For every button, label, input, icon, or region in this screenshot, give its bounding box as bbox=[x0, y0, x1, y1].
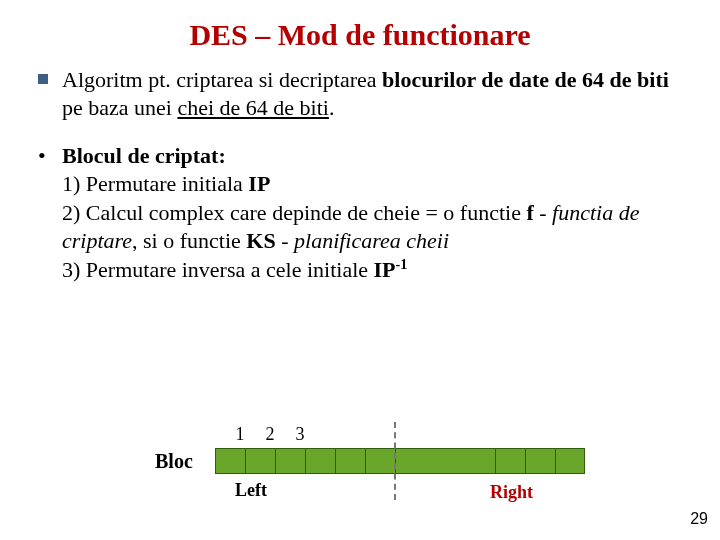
bullet-2: • Blocul de criptat: 1) Permutare initia… bbox=[38, 142, 682, 284]
block-bar bbox=[215, 448, 585, 474]
vertical-dashed-divider bbox=[394, 422, 396, 500]
left-label: Left bbox=[235, 480, 267, 501]
slide: DES – Mod de functionare Algoritm pt. cr… bbox=[0, 0, 720, 540]
cell-right-4 bbox=[555, 448, 585, 474]
p2-l3sup: -1 bbox=[396, 256, 408, 272]
p2-l2h: planificarea cheii bbox=[294, 228, 449, 253]
p2-head: Blocul de criptat: bbox=[62, 143, 226, 168]
cell-1 bbox=[215, 448, 245, 474]
cell-2 bbox=[245, 448, 275, 474]
p2-l2b: f bbox=[526, 200, 533, 225]
p2-l3a: 3) Permutare inversa a cele initiale bbox=[62, 257, 374, 282]
p1-bold: blocurilor de date de 64 de biti bbox=[382, 67, 669, 92]
num-1: 1 bbox=[225, 424, 255, 445]
cell-6 bbox=[365, 448, 395, 474]
num-2: 2 bbox=[255, 424, 285, 445]
bullet-1-text: Algoritm pt. criptarea si decriptarea bl… bbox=[62, 66, 682, 122]
p2-l1a: 1) Permutare initiala bbox=[62, 171, 248, 196]
cell-right-3 bbox=[525, 448, 555, 474]
right-label: Right bbox=[490, 482, 533, 503]
p2-l2e: , si o functie bbox=[132, 228, 246, 253]
bullet-2-text: Blocul de criptat: 1) Permutare initiala… bbox=[62, 142, 682, 284]
p2-l2c: - bbox=[534, 200, 552, 225]
p2-l2a: 2) Calcul complex care depinde de cheie … bbox=[62, 200, 526, 225]
cell-3 bbox=[275, 448, 305, 474]
p2-l1b: IP bbox=[248, 171, 270, 196]
p2-l3b: IP bbox=[374, 257, 396, 282]
cell-5 bbox=[335, 448, 365, 474]
column-numbers: 123 bbox=[225, 424, 315, 445]
bullet-1: Algoritm pt. criptarea si decriptarea bl… bbox=[38, 66, 682, 122]
p1-post: . bbox=[329, 95, 335, 120]
slide-body: Algoritm pt. criptarea si decriptarea bl… bbox=[38, 66, 682, 284]
bloc-label: Bloc bbox=[155, 450, 193, 473]
p2-l2g: - bbox=[276, 228, 294, 253]
cell-4 bbox=[305, 448, 335, 474]
slide-title: DES – Mod de functionare bbox=[38, 18, 682, 52]
dot-bullet-icon: • bbox=[38, 142, 62, 284]
page-number: 29 bbox=[690, 510, 708, 528]
cell-right-2 bbox=[495, 448, 525, 474]
block-diagram: Bloc 123 Left Right bbox=[0, 414, 720, 524]
p1-mid: pe baza unei bbox=[62, 95, 177, 120]
p2-l2f: KS bbox=[246, 228, 275, 253]
p1-underline: chei de 64 de biti bbox=[177, 95, 329, 120]
p1-pre: Algoritm pt. criptarea si decriptarea bbox=[62, 67, 382, 92]
cell-right-1 bbox=[395, 448, 495, 474]
num-3: 3 bbox=[285, 424, 315, 445]
square-bullet-icon bbox=[38, 74, 48, 84]
